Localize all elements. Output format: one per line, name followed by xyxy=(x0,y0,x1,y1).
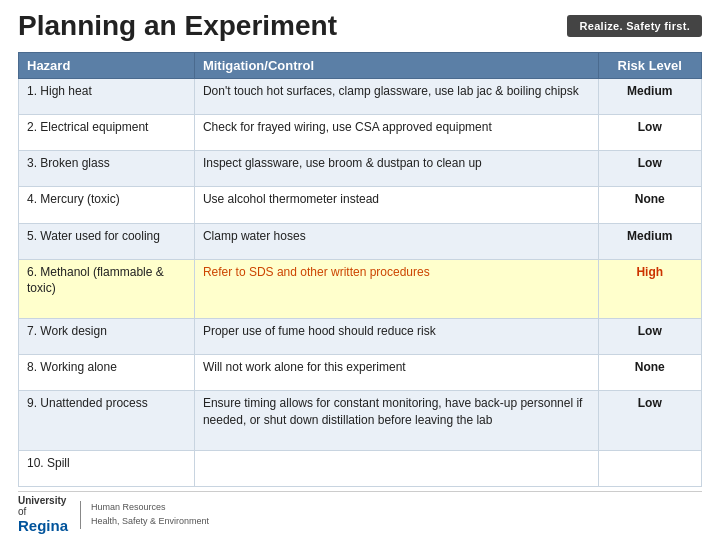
cell-mitigation: Proper use of fume hood should reduce ri… xyxy=(194,319,598,355)
table-row: 9. Unattended processEnsure timing allow… xyxy=(19,391,702,450)
col-header-risk: Risk Level xyxy=(598,53,702,79)
footer-line2: Health, Safety & Environment xyxy=(91,516,209,526)
table-header-row: Hazard Mitigation/Control Risk Level xyxy=(19,53,702,79)
cell-mitigation: Don't touch hot surfaces, clamp glasswar… xyxy=(194,79,598,115)
cell-risk: Medium xyxy=(598,79,702,115)
table-row: 10. Spill xyxy=(19,450,702,486)
cell-hazard: 6. Methanol (flammable & toxic) xyxy=(19,259,195,318)
footer-divider xyxy=(80,501,81,529)
table-row: 8. Working aloneWill not work alone for … xyxy=(19,355,702,391)
page: Planning an Experiment Realize. Safety f… xyxy=(0,0,720,540)
col-header-mitigation: Mitigation/Control xyxy=(194,53,598,79)
cell-hazard: 4. Mercury (toxic) xyxy=(19,187,195,223)
table-row: 1. High heatDon't touch hot surfaces, cl… xyxy=(19,79,702,115)
cell-mitigation: Clamp water hoses xyxy=(194,223,598,259)
hazard-table: Hazard Mitigation/Control Risk Level 1. … xyxy=(18,52,702,487)
table-row: 5. Water used for coolingClamp water hos… xyxy=(19,223,702,259)
cell-risk: None xyxy=(598,355,702,391)
cell-mitigation: Will not work alone for this experiment xyxy=(194,355,598,391)
page-title: Planning an Experiment xyxy=(18,10,337,42)
table-row: 7. Work designProper use of fume hood sh… xyxy=(19,319,702,355)
cell-mitigation xyxy=(194,450,598,486)
cell-hazard: 1. High heat xyxy=(19,79,195,115)
table-row: 6. Methanol (flammable & toxic)Refer to … xyxy=(19,259,702,318)
table-row: 4. Mercury (toxic)Use alcohol thermomete… xyxy=(19,187,702,223)
table-row: 3. Broken glassInspect glassware, use br… xyxy=(19,151,702,187)
cell-risk: High xyxy=(598,259,702,318)
cell-hazard: 10. Spill xyxy=(19,450,195,486)
footer-text: Human Resources Health, Safety & Environ… xyxy=(91,501,209,528)
university-logo: University of Regina xyxy=(18,495,68,534)
footer: University of Regina Human Resources Hea… xyxy=(18,491,702,534)
cell-risk: Low xyxy=(598,319,702,355)
header: Planning an Experiment Realize. Safety f… xyxy=(18,10,702,42)
safety-badge: Realize. Safety first. xyxy=(567,15,702,37)
cell-risk: Low xyxy=(598,151,702,187)
university-name: University xyxy=(18,495,68,506)
cell-hazard: 8. Working alone xyxy=(19,355,195,391)
cell-hazard: 2. Electrical equipment xyxy=(19,115,195,151)
cell-risk: Low xyxy=(598,115,702,151)
mitigation-link[interactable]: Refer to SDS and other written procedure… xyxy=(203,265,430,279)
cell-mitigation: Use alcohol thermometer instead xyxy=(194,187,598,223)
cell-mitigation: Check for frayed wiring, use CSA approve… xyxy=(194,115,598,151)
university-regina: Regina xyxy=(18,517,68,534)
cell-mitigation: Refer to SDS and other written procedure… xyxy=(194,259,598,318)
university-of: of xyxy=(18,506,68,517)
cell-risk xyxy=(598,450,702,486)
cell-hazard: 7. Work design xyxy=(19,319,195,355)
cell-hazard: 5. Water used for cooling xyxy=(19,223,195,259)
cell-risk: Low xyxy=(598,391,702,450)
cell-risk: None xyxy=(598,187,702,223)
cell-hazard: 9. Unattended process xyxy=(19,391,195,450)
col-header-hazard: Hazard xyxy=(19,53,195,79)
footer-line1: Human Resources xyxy=(91,502,166,512)
table-row: 2. Electrical equipmentCheck for frayed … xyxy=(19,115,702,151)
cell-hazard: 3. Broken glass xyxy=(19,151,195,187)
cell-risk: Medium xyxy=(598,223,702,259)
cell-mitigation: Inspect glassware, use broom & dustpan t… xyxy=(194,151,598,187)
cell-mitigation: Ensure timing allows for constant monito… xyxy=(194,391,598,450)
